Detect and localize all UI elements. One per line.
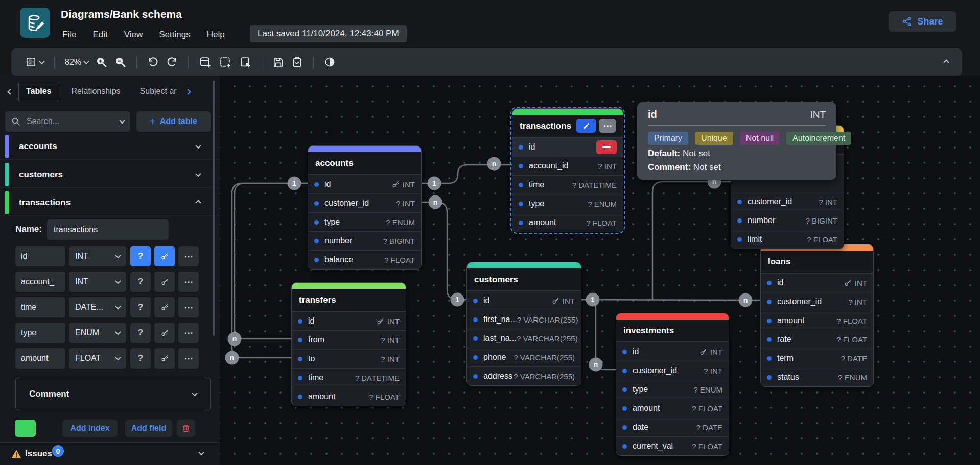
menu-file[interactable]: File — [62, 30, 76, 40]
table-field-row[interactable]: idINT — [292, 311, 406, 330]
table-field-row[interactable]: amount? FLOAT — [292, 387, 406, 406]
field-more-button[interactable]: ⋯ — [178, 348, 199, 369]
table-field-row[interactable]: amount? FLOAT — [761, 311, 873, 330]
tab-subject-ar[interactable]: Subject ar — [133, 82, 184, 101]
add-field-button[interactable]: Add field — [125, 420, 172, 437]
table-color-swatch[interactable] — [15, 420, 36, 437]
redo-button[interactable] — [162, 54, 181, 70]
field-more-button[interactable]: ⋯ — [178, 297, 199, 317]
diagram-table-loans[interactable]: loansidINTcustomer_id? INTamount? FLOATr… — [760, 244, 874, 387]
table-header[interactable]: transactions⋯ — [512, 115, 623, 137]
table-field-row[interactable]: time? DATETIME — [292, 368, 406, 387]
primary-key-toggle-button[interactable] — [154, 297, 175, 317]
table-name-input[interactable] — [47, 219, 169, 240]
tabs-scroll-left-button[interactable] — [8, 88, 12, 95]
primary-key-toggle-button[interactable] — [154, 246, 175, 266]
sidebar-table-customers[interactable]: customers — [0, 162, 220, 188]
table-field-row[interactable]: customer_id? INT — [616, 361, 729, 380]
table-field-row[interactable]: account_id? INT — [512, 156, 623, 175]
table-field-row[interactable]: time? DATETIME — [512, 175, 623, 194]
field-type-select[interactable]: INT — [69, 272, 126, 292]
nullable-toggle-button[interactable]: ? — [130, 323, 151, 343]
table-field-row[interactable]: idINT — [761, 273, 873, 292]
table-field-row[interactable]: amount? FLOAT — [512, 213, 623, 232]
field-type-select[interactable]: FLOAT — [69, 348, 126, 369]
add-table-button[interactable]: + Add table — [136, 111, 211, 132]
primary-key-toggle-button[interactable] — [154, 348, 175, 369]
delete-table-button[interactable] — [177, 420, 195, 437]
field-more-button[interactable]: ⋯ — [178, 323, 199, 343]
view-mode-button[interactable] — [21, 54, 48, 70]
table-field-row[interactable]: phone? VARCHAR(255) — [467, 348, 581, 366]
search-input[interactable] — [26, 116, 115, 127]
table-field-row[interactable]: amount? FLOAT — [616, 399, 729, 418]
diagram-table-transactions[interactable]: transactions⋯idaccount_id? INTtime? DATE… — [512, 108, 623, 232]
nullable-toggle-button[interactable]: ? — [130, 246, 151, 266]
menu-help[interactable]: Help — [207, 30, 225, 40]
zoom-level-select[interactable]: 82% — [61, 55, 92, 69]
field-more-button[interactable]: ⋯ — [178, 272, 199, 292]
menu-edit[interactable]: Edit — [92, 30, 107, 40]
table-field-row[interactable]: limit? FLOAT — [731, 230, 844, 249]
table-header[interactable]: investments — [616, 320, 729, 342]
menu-settings[interactable]: Settings — [159, 30, 190, 40]
diagram-table-accounts[interactable]: accountsidINTcustomer_id? INTtype? ENUMn… — [308, 145, 422, 270]
table-field-row[interactable]: last_na...? VARCHAR(255) — [467, 329, 581, 348]
table-field-row[interactable]: term? DATE — [761, 349, 873, 368]
table-field-row[interactable]: type? ENUM — [512, 194, 623, 213]
search-box[interactable] — [5, 111, 130, 132]
table-field-row[interactable]: customer_id? INT — [761, 292, 873, 311]
undo-button[interactable] — [144, 54, 162, 70]
add-area-tool-button[interactable] — [215, 53, 235, 71]
table-field-row[interactable]: number? BIGINT — [731, 211, 844, 230]
primary-key-toggle-button[interactable] — [154, 323, 175, 343]
table-field-row[interactable]: rate? FLOAT — [761, 330, 873, 349]
table-field-row[interactable]: idINT — [467, 291, 581, 310]
table-field-row[interactable]: balance? FLOAT — [308, 250, 421, 269]
field-type-select[interactable]: ENUM — [69, 323, 126, 343]
diagram-title[interactable]: Diagrams/Bank schema — [61, 8, 182, 20]
zoom-in-button[interactable] — [92, 54, 111, 70]
add-index-button[interactable]: Add index — [62, 420, 118, 437]
diagram-table-customers[interactable]: customersidINTfirst_na...? VARCHAR(255)l… — [466, 262, 581, 386]
table-field-row[interactable]: customer_id? INT — [308, 193, 421, 212]
menu-view[interactable]: View — [124, 30, 143, 40]
nullable-toggle-button[interactable]: ? — [130, 297, 151, 317]
tab-tables[interactable]: Tables — [18, 82, 59, 101]
table-field-row[interactable]: number? BIGINT — [308, 231, 421, 250]
primary-key-toggle-button[interactable] — [154, 272, 175, 292]
add-note-tool-button[interactable] — [235, 53, 255, 71]
table-field-row[interactable]: from? INT — [292, 330, 406, 349]
sidebar-scrollbar[interactable] — [213, 81, 215, 336]
table-field-row[interactable]: to? INT — [292, 349, 406, 368]
diagram-table-investments[interactable]: investmentsidINTcustomer_id? INTtype? EN… — [616, 313, 729, 456]
field-name-input[interactable]: time — [15, 297, 65, 317]
tabs-scroll-right-button[interactable] — [186, 88, 190, 95]
nullable-toggle-button[interactable]: ? — [130, 348, 151, 369]
field-name-input[interactable]: account_ — [15, 272, 65, 292]
comment-section[interactable]: Comment — [15, 377, 211, 411]
issues-bar[interactable]: Issues 0 — [0, 442, 220, 465]
table-field-row[interactable]: customer_id? INT — [731, 192, 844, 211]
nullable-toggle-button[interactable]: ? — [130, 272, 151, 292]
tab-relationships[interactable]: Relationships — [64, 82, 128, 101]
table-field-row[interactable]: type? ENUM — [308, 212, 421, 231]
todo-list-button[interactable] — [288, 54, 307, 70]
table-field-row[interactable]: status? ENUM — [761, 368, 873, 386]
table-field-row[interactable]: idINT — [616, 342, 729, 361]
diagram-table-transfers[interactable]: transfersidINTfrom? INTto? INTtime? DATE… — [291, 282, 406, 406]
table-field-row[interactable]: address? VARCHAR(255) — [467, 366, 581, 385]
save-button[interactable] — [269, 54, 288, 70]
table-field-row[interactable]: first_na...? VARCHAR(255) — [467, 310, 581, 329]
field-name-input[interactable]: id — [15, 246, 65, 266]
collapse-toolbar-button[interactable] — [941, 58, 952, 67]
sidebar-table-transactions[interactable]: transactions — [0, 190, 220, 216]
table-field-row[interactable]: current_val? FLOAT — [616, 436, 729, 455]
table-more-button[interactable]: ⋯ — [599, 119, 616, 133]
chevron-down-icon[interactable] — [198, 450, 204, 455]
delete-field-button[interactable] — [596, 140, 617, 154]
table-field-row[interactable]: id — [512, 137, 623, 156]
table-field-row[interactable]: date? DATE — [616, 418, 729, 436]
zoom-out-button[interactable] — [111, 54, 130, 70]
table-field-row[interactable]: type? ENUM — [616, 380, 729, 399]
